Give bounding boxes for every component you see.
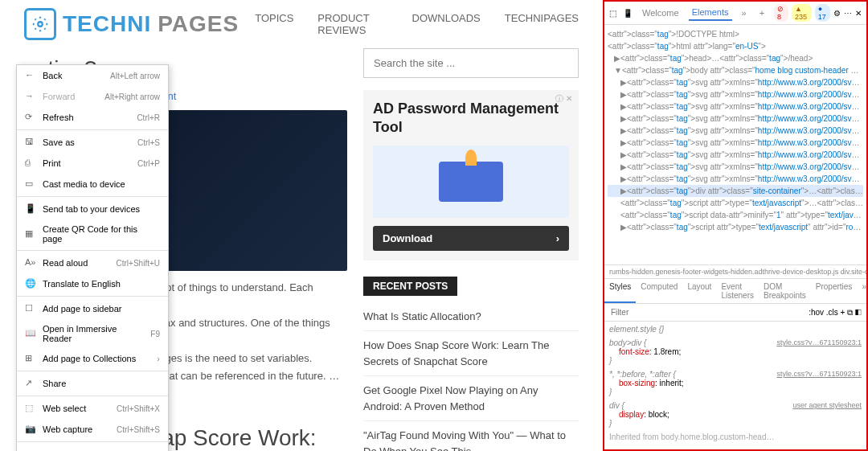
select-icon: ⬚ (25, 403, 36, 414)
recent-posts-header: RECENT POSTS (363, 277, 457, 296)
element-node[interactable]: <attr">class="tag">script data-attr">min… (608, 209, 863, 221)
devtools-toolbar: ⬚ 📱 Welcome Elements » + ⊘ 8 ▲ 235 ● 17 … (604, 2, 866, 25)
tab-events[interactable]: Event Listeners (716, 279, 759, 303)
element-node[interactable]: ▶<attr">class="tag">svg attr">xmlns="htt… (608, 125, 863, 137)
list-item[interactable]: Get Google Pixel Now Playing on Any Andr… (363, 376, 579, 421)
css-rule[interactable]: element.style {} (609, 325, 862, 334)
nav-downloads[interactable]: DOWNLOADS (412, 12, 481, 36)
ctx-open-in-immersive-reader[interactable]: 📖Open in Immersive ReaderF9 (17, 319, 168, 348)
sidebar-ad[interactable]: ⓘ ✕ AD Password Management Tool Download… (363, 90, 579, 260)
breadcrumb[interactable]: rumbs-hidden.genesis-footer-widgets-hidd… (604, 264, 866, 278)
send-icon: 📱 (25, 203, 36, 215)
element-node[interactable]: ▶<attr">class="tag">svg attr">xmlns="htt… (608, 137, 863, 149)
trans-icon: 🌐 (25, 278, 36, 289)
list-item[interactable]: What Is Static Allocation? (363, 302, 579, 332)
css-rule[interactable]: Inherited from body.home.blog.custom-hea… (609, 433, 862, 441)
sidebar-column: ⓘ ✕ AD Password Management Tool Download… (363, 48, 579, 451)
devtools-panel: ⬚ 📱 Welcome Elements » + ⊘ 8 ▲ 235 ● 17 … (603, 0, 868, 451)
element-node[interactable]: ▶<attr">class="tag">svg attr">xmlns="htt… (608, 88, 863, 100)
qr-icon: ▦ (25, 228, 36, 240)
css-rule[interactable]: style.css?v…671150923:1*, *:before, *:af… (609, 370, 862, 396)
logo-text-a: TECHNI (63, 11, 151, 37)
ad-download-button[interactable]: Download › (373, 226, 569, 251)
ctx-view-page-source[interactable]: ○View page sourceCtrl+U (17, 444, 168, 451)
tab-props[interactable]: Properties (811, 279, 858, 303)
ctx-send-tab-to-your-devices[interactable]: 📱Send tab to your devices (17, 199, 168, 219)
element-node[interactable]: ▶<attr">class="tag">svg attr">xmlns="htt… (608, 113, 863, 125)
styles-tabs: Styles Computed Layout Event Listeners D… (604, 278, 866, 304)
tab-add[interactable]: + (756, 6, 768, 20)
ctx-print[interactable]: ⎙PrintCtrl+P (17, 153, 168, 174)
element-node[interactable]: <attr">class="tag">script attr">type="te… (608, 197, 863, 209)
recent-posts-list: What Is Static Allocation? How Does Snap… (363, 302, 579, 451)
ctx-save-as[interactable]: 🖫Save asCtrl+S (17, 132, 168, 153)
cast-icon: ▭ (25, 178, 36, 190)
element-node[interactable]: ▶<attr">class="tag">div attr">class="sit… (608, 185, 863, 197)
css-rule[interactable]: user agent stylesheetdiv {display: block… (609, 401, 862, 428)
gear-icon[interactable]: ⚙ (833, 9, 841, 18)
styles-filter-input[interactable] (609, 306, 804, 318)
ctx-translate-to-english[interactable]: 🌐Translate to English (17, 273, 168, 294)
ad-info-icon[interactable]: ⓘ ✕ (555, 93, 572, 105)
collections-icon: ⊞ (25, 353, 36, 364)
ctx-share[interactable]: ↗Share (17, 373, 168, 394)
element-node[interactable]: <attr">class="tag">!DOCTYPE html> (608, 28, 863, 40)
element-node[interactable]: ▶<attr">class="tag">head>…<attr">class="… (608, 52, 863, 64)
warnings-badge[interactable]: ▲ 235 (792, 4, 812, 22)
ad-title: AD Password Management Tool (373, 100, 569, 137)
ctx-refresh[interactable]: ⟳RefreshCtrl+R (17, 107, 168, 128)
read-icon: A» (25, 257, 36, 269)
element-node[interactable]: ▶<attr">class="tag">svg attr">xmlns="htt… (608, 173, 863, 185)
css-rule[interactable]: style.css?v…671150923:1body>div {font-si… (609, 338, 862, 365)
tab-welcome[interactable]: Welcome (639, 6, 682, 20)
fwd-icon: → (25, 91, 36, 102)
element-node[interactable]: ▶<attr">class="tag">svg attr">xmlns="htt… (608, 161, 863, 173)
tab-more[interactable]: » (739, 6, 750, 20)
device-icon[interactable]: 📱 (623, 9, 633, 18)
list-item[interactable]: "AirTag Found Moving With You" — What to… (363, 421, 579, 451)
svg-point-0 (38, 22, 43, 27)
ctx-cast-media-to-device[interactable]: ▭Cast media to device (17, 174, 168, 195)
immersive-icon: 📖 (25, 328, 36, 339)
ctx-forward[interactable]: →ForwardAlt+Right arrow (17, 86, 168, 107)
inspect-icon[interactable]: ⬚ (609, 9, 616, 18)
elements-tree[interactable]: <attr">class="tag">!DOCTYPE html><attr">… (604, 25, 866, 264)
ctx-back[interactable]: ←BackAlt+Left arrow (17, 65, 168, 86)
tab-layout[interactable]: Layout (682, 279, 716, 303)
search-input[interactable] (363, 48, 579, 78)
element-node[interactable]: ▶<attr">class="tag">svg attr">xmlns="htt… (608, 76, 863, 88)
tab-dom[interactable]: DOM Breakpoints (759, 279, 811, 303)
more-icon[interactable]: ⋯ (844, 9, 852, 18)
styles-rules[interactable]: element.style {}style.css?v…671150923:1b… (604, 322, 866, 449)
tab-styles[interactable]: Styles (604, 279, 636, 303)
logo-text-b: PAGES (158, 11, 239, 37)
chevron-right-icon: › (556, 232, 559, 244)
ctx-add-page-to-sidebar[interactable]: ☐Add page to sidebar (17, 298, 168, 319)
element-node[interactable]: <attr">class="tag">html attr">lang="en-U… (608, 40, 863, 52)
tab-computed[interactable]: Computed (636, 279, 682, 303)
gear-icon (24, 8, 56, 40)
element-node[interactable]: ▶<attr">class="tag">svg attr">xmlns="htt… (608, 100, 863, 113)
list-item[interactable]: How Does Snap Score Work: Learn The Secr… (363, 331, 579, 376)
nav-topics[interactable]: TOPICS (255, 12, 293, 36)
tab-more-styles[interactable]: » (857, 279, 868, 303)
ctx-add-page-to-collections[interactable]: ⊞Add page to Collections› (17, 348, 168, 369)
ctx-web-select[interactable]: ⬚Web selectCtrl+Shift+X (17, 398, 168, 419)
ctx-create-qr-code-for-this-page[interactable]: ▦Create QR Code for this page (17, 219, 168, 248)
element-node[interactable]: ▶<attr">class="tag">script attr">type="t… (608, 221, 863, 233)
styles-filter-row: :hov .cls + ⧉ ◧ (604, 304, 866, 322)
ctx-web-capture[interactable]: 📷Web captureCtrl+Shift+S (17, 419, 168, 440)
errors-badge[interactable]: ⊘ 8 (774, 4, 788, 22)
info-badge[interactable]: ● 17 (815, 4, 830, 22)
tab-elements[interactable]: Elements (689, 5, 732, 21)
element-node[interactable]: ▼<attr">class="tag">body attr">class="ho… (608, 64, 863, 76)
site-logo[interactable]: TECHNIPAGES (24, 8, 239, 40)
nav-technipages[interactable]: TECHNIPAGES (505, 12, 579, 36)
chevron-right-icon: › (157, 354, 160, 363)
element-node[interactable]: ▶<attr">class="tag">svg attr">xmlns="htt… (608, 149, 863, 161)
filter-tools[interactable]: :hov .cls + ⧉ ◧ (809, 308, 862, 318)
ctx-read-aloud[interactable]: A»Read aloudCtrl+Shift+U (17, 252, 168, 273)
nav-reviews[interactable]: PRODUCT REVIEWS (317, 12, 387, 36)
close-icon[interactable]: ✕ (855, 9, 862, 18)
refresh-icon: ⟳ (25, 112, 36, 123)
